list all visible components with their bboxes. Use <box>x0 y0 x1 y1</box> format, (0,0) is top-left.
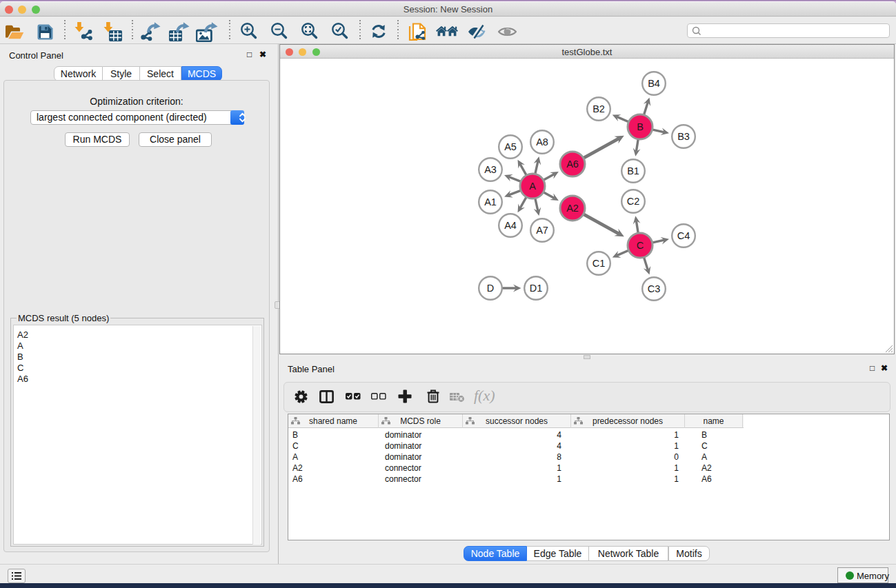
svg-text:B: B <box>637 121 644 132</box>
svg-text:B4: B4 <box>648 78 660 89</box>
svg-text:A1: A1 <box>484 196 497 207</box>
svg-text:A5: A5 <box>504 141 517 152</box>
svg-text:A7: A7 <box>536 225 548 236</box>
svg-text:C4: C4 <box>677 230 690 241</box>
svg-text:B3: B3 <box>677 131 690 142</box>
svg-text:A8: A8 <box>536 136 548 148</box>
svg-text:C: C <box>637 240 644 251</box>
svg-text:A4: A4 <box>504 220 517 231</box>
svg-text:A2: A2 <box>566 203 579 214</box>
svg-text:A6: A6 <box>566 159 579 170</box>
svg-text:D1: D1 <box>530 283 543 294</box>
svg-text:B2: B2 <box>593 103 605 114</box>
svg-text:C1: C1 <box>593 258 606 269</box>
svg-text:C3: C3 <box>648 283 661 294</box>
svg-text:D: D <box>487 283 494 294</box>
svg-text:A3: A3 <box>484 164 497 175</box>
svg-text:B1: B1 <box>627 165 639 176</box>
svg-text:A: A <box>529 181 536 192</box>
svg-text:C2: C2 <box>627 196 640 207</box>
